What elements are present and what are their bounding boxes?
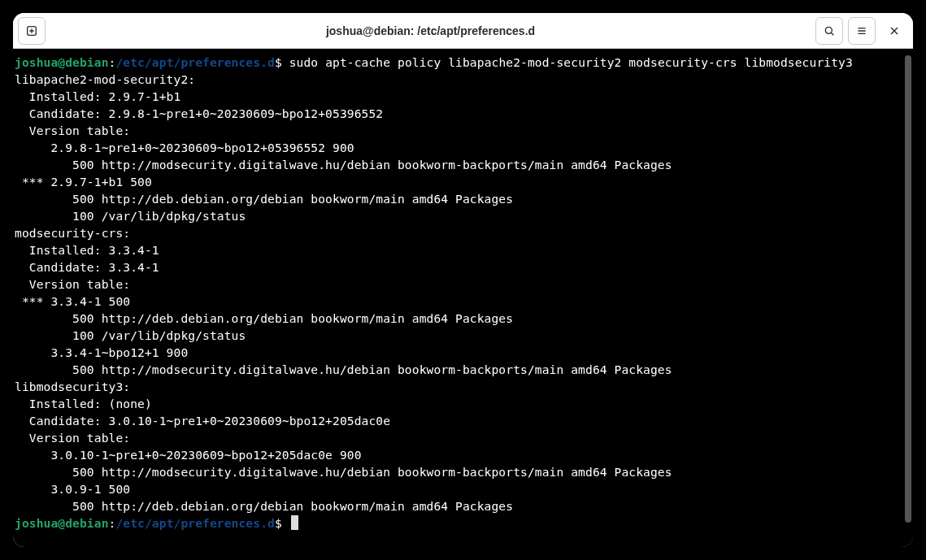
output-line: modsecurity-crs:	[15, 226, 130, 240]
svg-point-3	[825, 27, 832, 33]
output-line: 500 http://modsecurity.digitalwave.hu/de…	[15, 158, 672, 171]
cursor-icon	[291, 515, 298, 530]
output-line: Version table:	[15, 277, 130, 291]
scrollbar-thumb[interactable]	[905, 55, 911, 523]
output-line: 3.0.10-1~pre1+0~20230609~bpo12+205dac0e …	[15, 448, 362, 462]
output-line: *** 2.9.7-1+b1 500	[15, 175, 152, 189]
output-line: Installed: 3.3.4-1	[15, 243, 159, 257]
output-line: Candidate: 2.9.8-1~pre1+0~20230609~bpo12…	[15, 106, 383, 120]
prompt-sigil: $	[275, 55, 282, 69]
output-line: Installed: 2.9.7-1+b1	[15, 89, 180, 103]
output-line: 500 http://deb.debian.org/debian bookwor…	[15, 311, 513, 325]
output-line: 100 /var/lib/dpkg/status	[15, 328, 246, 342]
window-title: joshua@debian: /etc/apt/preferences.d	[50, 24, 811, 37]
output-line: 500 http://deb.debian.org/debian bookwor…	[15, 192, 513, 206]
output-line: 2.9.8-1~pre1+0~20230609~bpo12+05396552 9…	[15, 141, 354, 154]
prompt-userhost: joshua@debian	[15, 516, 109, 530]
output-line: Candidate: 3.0.10-1~pre1+0~20230609~bpo1…	[15, 414, 390, 428]
prompt-userhost: joshua@debian	[15, 55, 109, 69]
output-line: libmodsecurity3:	[15, 380, 130, 393]
output-line: libapache2-mod-security2:	[15, 72, 195, 86]
scrollbar[interactable]	[903, 49, 913, 547]
prompt-sigil: $	[275, 516, 282, 530]
terminal-content[interactable]: joshua@debian:/etc/apt/preferences.d$ su…	[13, 49, 903, 547]
close-icon	[888, 24, 901, 37]
terminal-area[interactable]: joshua@debian:/etc/apt/preferences.d$ su…	[13, 49, 913, 547]
command-text: sudo apt-cache policy libapache2-mod-sec…	[282, 55, 853, 69]
hamburger-icon	[855, 24, 868, 37]
new-tab-button[interactable]	[18, 17, 46, 45]
close-button[interactable]	[880, 17, 908, 45]
prompt-cwd: /etc/apt/preferences.d	[115, 55, 275, 69]
menu-button[interactable]	[848, 17, 876, 45]
svg-line-4	[831, 33, 833, 35]
terminal-window: joshua@debian: /etc/apt/preferences.d	[13, 13, 913, 547]
search-icon	[823, 24, 836, 37]
output-line: Candidate: 3.3.4-1	[15, 260, 159, 274]
prompt-cwd: /etc/apt/preferences.d	[115, 516, 275, 530]
output-line: 500 http://deb.debian.org/debian bookwor…	[15, 499, 513, 513]
output-line: 100 /var/lib/dpkg/status	[15, 209, 246, 223]
plus-tab-icon	[25, 24, 38, 37]
output-line: 500 http://modsecurity.digitalwave.hu/de…	[15, 362, 672, 376]
output-line: 500 http://modsecurity.digitalwave.hu/de…	[15, 465, 672, 479]
output-line: Version table:	[15, 124, 130, 137]
output-line: *** 3.3.4-1 500	[15, 294, 130, 308]
output-line: Version table:	[15, 431, 130, 445]
output-line: Installed: (none)	[15, 397, 152, 410]
titlebar: joshua@debian: /etc/apt/preferences.d	[13, 13, 913, 49]
trailing-command	[282, 516, 289, 530]
search-button[interactable]	[815, 17, 843, 45]
output-line: 3.0.9-1 500	[15, 482, 130, 496]
output-line: 3.3.4-1~bpo12+1 900	[15, 345, 188, 359]
outer-frame: joshua@debian: /etc/apt/preferences.d	[8, 8, 918, 552]
